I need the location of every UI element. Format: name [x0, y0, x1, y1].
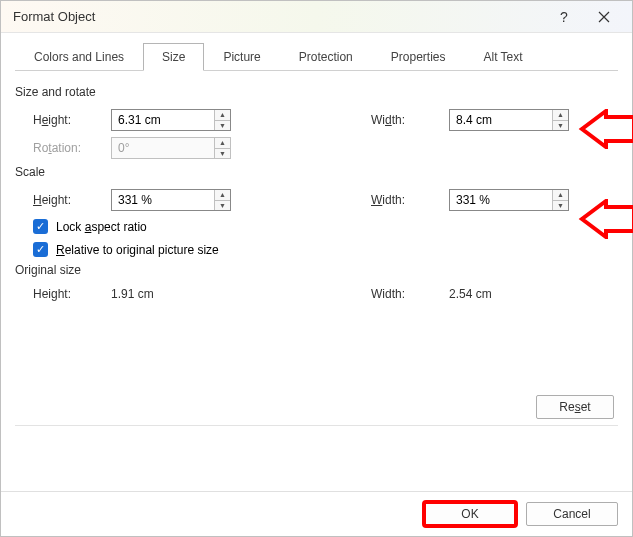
scale-height-field-wrap: ▲ ▼: [111, 189, 231, 211]
label-width: Width:: [371, 113, 449, 127]
tab-bar: Colors and Lines Size Picture Protection…: [15, 43, 618, 71]
row-size-height: Height: ▲ ▼ Width: ▲ ▼: [33, 109, 618, 131]
help-button[interactable]: ?: [544, 1, 584, 33]
tab-protection[interactable]: Protection: [280, 43, 372, 71]
original-width-value: 2.54 cm: [449, 287, 569, 301]
rotation-field-wrap: ▲ ▼: [111, 137, 231, 159]
height-input[interactable]: [112, 110, 214, 130]
height-spinner-up[interactable]: ▲: [215, 110, 230, 121]
width-spinner-up[interactable]: ▲: [553, 110, 568, 121]
reset-row: Reset: [15, 387, 618, 423]
format-object-dialog: Format Object ? Colors and Lines Size Pi…: [0, 0, 633, 537]
tab-size[interactable]: Size: [143, 43, 204, 71]
tab-colors-lines[interactable]: Colors and Lines: [15, 43, 143, 71]
reset-button[interactable]: Reset: [536, 395, 614, 419]
width-field-wrap: ▲ ▼: [449, 109, 569, 131]
dialog-title: Format Object: [13, 9, 544, 24]
row-rotation: Rotation: ▲ ▼: [33, 137, 618, 159]
section-scale: Scale: [15, 165, 618, 179]
height-field-wrap: ▲ ▼: [111, 109, 231, 131]
scale-width-spinner-up[interactable]: ▲: [553, 190, 568, 201]
rotation-spinner-down: ▼: [215, 149, 230, 159]
scale-width-input[interactable]: [450, 190, 552, 210]
width-spinner-down[interactable]: ▼: [553, 121, 568, 131]
label-original-width: Width:: [371, 287, 449, 301]
scale-height-spinner-up[interactable]: ▲: [215, 190, 230, 201]
scale-width-field-wrap: ▲ ▼: [449, 189, 569, 211]
ok-button[interactable]: OK: [424, 502, 516, 526]
section-original-size: Original size: [15, 263, 618, 277]
rotation-spinner: ▲ ▼: [214, 138, 230, 158]
width-input[interactable]: [450, 110, 552, 130]
rotation-spinner-up: ▲: [215, 138, 230, 149]
row-scale-height: Height: ▲ ▼ Width: ▲ ▼: [33, 189, 618, 211]
scale-height-spinner-down[interactable]: ▼: [215, 201, 230, 211]
relative-size-row[interactable]: ✓ Relative to original picture size: [33, 242, 618, 257]
tab-alt-text[interactable]: Alt Text: [465, 43, 542, 71]
label-scale-width: Width:: [371, 193, 449, 207]
height-spinner: ▲ ▼: [214, 110, 230, 130]
lock-aspect-checkbox[interactable]: ✓: [33, 219, 48, 234]
label-height: Height:: [33, 113, 111, 127]
relative-size-checkbox[interactable]: ✓: [33, 242, 48, 257]
lock-aspect-label: Lock aspect ratio: [56, 220, 147, 234]
separator: [15, 425, 618, 426]
scale-width-spinner-down[interactable]: ▼: [553, 201, 568, 211]
label-original-height: Height:: [33, 287, 111, 301]
section-size-rotate: Size and rotate: [15, 85, 618, 99]
tab-properties[interactable]: Properties: [372, 43, 465, 71]
original-height-value: 1.91 cm: [111, 287, 231, 301]
close-button[interactable]: [584, 1, 624, 33]
lock-aspect-row[interactable]: ✓ Lock aspect ratio: [33, 219, 618, 234]
footer: OK Cancel: [1, 491, 632, 536]
width-spinner: ▲ ▼: [552, 110, 568, 130]
titlebar: Format Object ?: [1, 1, 632, 33]
scale-width-spinner: ▲ ▼: [552, 190, 568, 210]
label-rotation: Rotation:: [33, 141, 111, 155]
cancel-button[interactable]: Cancel: [526, 502, 618, 526]
height-spinner-down[interactable]: ▼: [215, 121, 230, 131]
scale-height-spinner: ▲ ▼: [214, 190, 230, 210]
relative-size-label: Relative to original picture size: [56, 243, 219, 257]
label-scale-height: Height:: [33, 193, 111, 207]
content-area: Colors and Lines Size Picture Protection…: [1, 33, 632, 491]
row-original: Height: 1.91 cm Width: 2.54 cm: [33, 287, 618, 301]
tab-picture[interactable]: Picture: [204, 43, 279, 71]
rotation-input: [112, 138, 214, 158]
scale-height-input[interactable]: [112, 190, 214, 210]
